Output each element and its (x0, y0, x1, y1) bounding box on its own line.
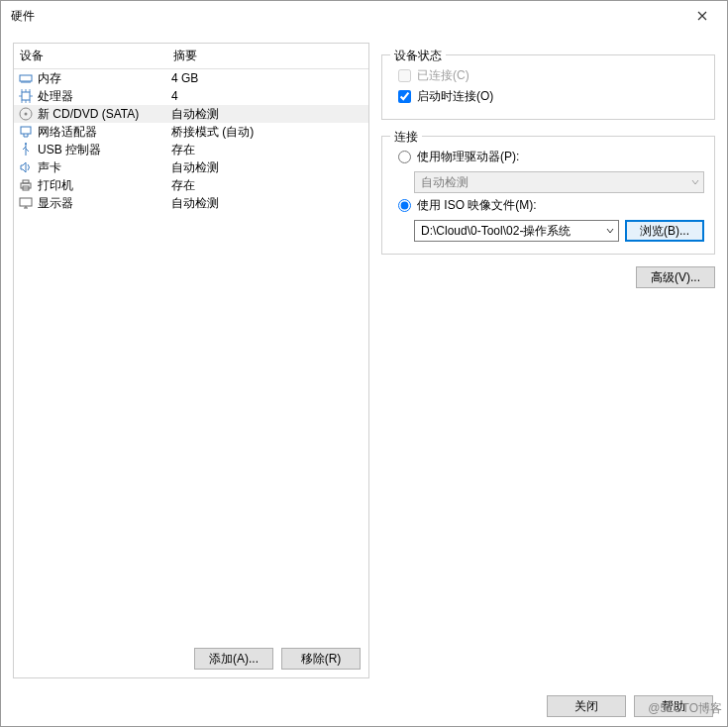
connection-group: 连接 使用物理驱动器(P): 自动检测 使用 ISO 映像文件(M): (381, 136, 715, 255)
connect-at-start-label: 启动时连接(O) (417, 88, 493, 105)
svg-rect-4 (21, 127, 31, 134)
device-name: 声卡 (38, 159, 171, 176)
left-buttons: 添加(A)... 移除(R) (14, 640, 368, 677)
cd-icon (18, 106, 34, 122)
device-summary: 存在 (171, 142, 364, 158)
physical-drive-select-row: 自动检测 (414, 171, 704, 193)
close-icon (697, 11, 707, 21)
network-icon (18, 124, 34, 140)
device-row[interactable]: 网络适配器桥接模式 (自动) (14, 123, 368, 141)
device-name: 内存 (38, 70, 171, 87)
connection-legend: 连接 (390, 129, 422, 146)
device-row[interactable]: 声卡自动检测 (14, 158, 368, 176)
device-list-panel: 设备 摘要 内存4 GB处理器4新 CD/DVD (SATA)自动检测网络适配器… (13, 43, 369, 678)
sound-icon (18, 159, 34, 175)
cpu-icon (18, 88, 34, 104)
device-summary: 4 GB (171, 71, 364, 85)
usb-icon (18, 142, 34, 157)
advanced-button[interactable]: 高级(V)... (636, 266, 715, 288)
svg-rect-9 (20, 198, 32, 206)
svg-point-5 (25, 143, 27, 145)
header-summary[interactable]: 摘要 (167, 44, 368, 68)
device-name: 处理器 (38, 88, 171, 105)
iso-file-label: 使用 ISO 映像文件(M): (417, 197, 537, 214)
device-row[interactable]: 处理器4 (14, 87, 368, 105)
close-button[interactable] (687, 3, 717, 29)
display-icon (18, 195, 34, 211)
connect-at-start-row[interactable]: 启动时连接(O) (398, 88, 704, 105)
chevron-down-icon (606, 224, 614, 238)
device-summary: 自动检测 (171, 195, 364, 212)
physical-drive-select: 自动检测 (414, 171, 704, 193)
svg-rect-1 (22, 92, 30, 100)
list-header: 设备 摘要 (14, 44, 368, 69)
physical-drive-row[interactable]: 使用物理驱动器(P): (398, 149, 704, 165)
svg-rect-7 (23, 180, 29, 183)
add-button[interactable]: 添加(A)... (194, 648, 273, 670)
device-summary: 桥接模式 (自动) (171, 124, 364, 141)
advanced-row: 高级(V)... (381, 266, 715, 288)
connect-at-start-checkbox[interactable] (398, 90, 411, 103)
device-summary: 自动检测 (171, 106, 364, 123)
device-summary: 存在 (171, 177, 364, 194)
iso-file-select[interactable]: D:\Cloud\0-Tool\02-操作系统 (414, 220, 619, 242)
physical-drive-radio[interactable] (398, 151, 411, 163)
device-name: 新 CD/DVD (SATA) (38, 106, 171, 123)
titlebar: 硬件 (1, 1, 727, 31)
device-row[interactable]: 内存4 GB (14, 69, 368, 87)
device-row[interactable]: 打印机存在 (14, 176, 368, 194)
device-name: USB 控制器 (38, 142, 171, 158)
settings-panel: 设备状态 已连接(C) 启动时连接(O) 连接 使用物理驱动器(P): (381, 43, 715, 678)
status-legend: 设备状态 (390, 48, 446, 64)
browse-button[interactable]: 浏览(B)... (625, 220, 704, 242)
device-summary: 自动检测 (171, 159, 364, 176)
svg-point-3 (25, 113, 28, 116)
window-title: 硬件 (11, 8, 35, 25)
iso-file-radio[interactable] (398, 199, 411, 212)
device-name: 网络适配器 (38, 124, 171, 141)
device-row[interactable]: 显示器自动检测 (14, 194, 368, 212)
remove-button[interactable]: 移除(R) (281, 648, 361, 670)
iso-file-value: D:\Cloud\0-Tool\02-操作系统 (421, 223, 571, 240)
physical-drive-label: 使用物理驱动器(P): (417, 149, 519, 165)
device-summary: 4 (171, 89, 364, 103)
device-status-group: 设备状态 已连接(C) 启动时连接(O) (381, 54, 715, 120)
device-name: 打印机 (38, 177, 171, 194)
connected-checkbox (398, 69, 411, 82)
svg-rect-0 (20, 75, 32, 81)
physical-drive-value: 自动检测 (421, 174, 468, 191)
device-list[interactable]: 内存4 GB处理器4新 CD/DVD (SATA)自动检测网络适配器桥接模式 (… (14, 69, 368, 640)
connected-label: 已连接(C) (417, 67, 469, 84)
hardware-dialog: 硬件 设备 摘要 内存4 GB处理器4新 CD/DVD (SATA)自动检测网络… (0, 0, 728, 727)
connected-checkbox-row: 已连接(C) (398, 67, 704, 84)
device-name: 显示器 (38, 195, 171, 212)
iso-file-select-row: D:\Cloud\0-Tool\02-操作系统 浏览(B)... (414, 220, 704, 242)
dialog-footer: 关闭 帮助 (1, 686, 727, 726)
close-dialog-button[interactable]: 关闭 (547, 695, 626, 717)
content-area: 设备 摘要 内存4 GB处理器4新 CD/DVD (SATA)自动检测网络适配器… (1, 31, 727, 686)
printer-icon (18, 177, 34, 193)
header-device[interactable]: 设备 (14, 44, 167, 68)
device-row[interactable]: USB 控制器存在 (14, 141, 368, 158)
device-row[interactable]: 新 CD/DVD (SATA)自动检测 (14, 105, 368, 123)
memory-icon (18, 70, 34, 86)
iso-file-row[interactable]: 使用 ISO 映像文件(M): (398, 197, 704, 214)
help-button[interactable]: 帮助 (634, 695, 713, 717)
chevron-down-icon (691, 175, 699, 189)
